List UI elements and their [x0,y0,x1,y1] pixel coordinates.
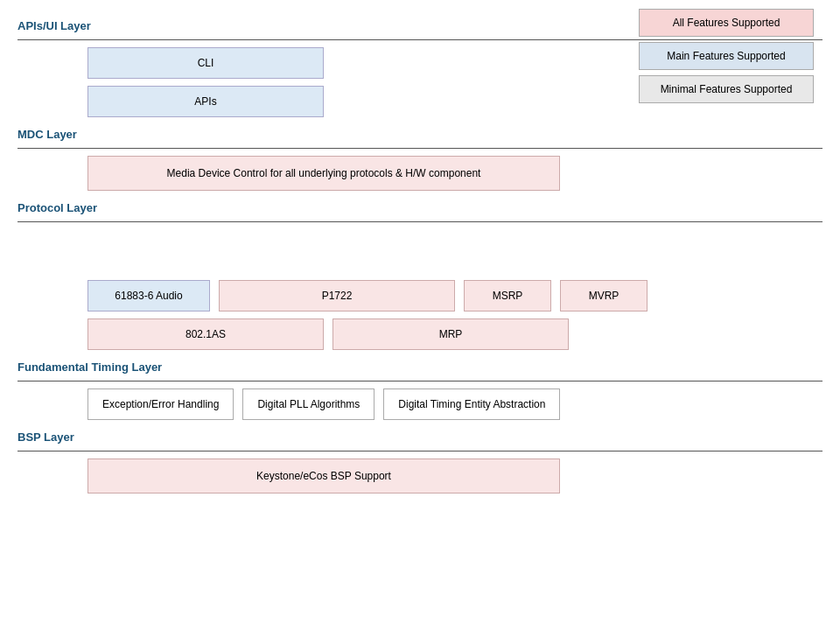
legend-minimal-label: Minimal Features Supported [661,83,793,95]
digital-timing-box: Digital Timing Entity Abstraction [383,388,560,420]
61883-box: 61883-6 Audio [88,280,210,312]
mvrp-label: MVRP [589,290,620,302]
protocol-layer-content: P1722.1 61883-6 Audio P1722 MSRP MVRP [18,229,822,350]
legend-all-label: All Features Supported [673,17,780,29]
mdc-layer-content: Media Device Control for all underlying … [18,156,822,191]
mdc-layer-section: MDC Layer Media Device Control for all u… [18,128,822,191]
legend-minimal-features: Minimal Features Supported [639,75,814,103]
fundamental-layer-content: Exception/Error Handling Digital PLL Alg… [18,388,822,420]
protocol-row2: 802.1AS MRP [88,318,822,350]
legend-all-features: All Features Supported [639,9,814,37]
p1722-box: P1722 [219,280,455,312]
protocol-divider [18,221,822,222]
mdc-divider [18,148,822,149]
p1722-label: P1722 [322,290,353,302]
bsp-label: Keystone/eCos BSP Support [256,470,391,482]
mdc-box: Media Device Control for all underlying … [88,156,560,191]
mvrp-box: MVRP [560,280,648,312]
mdc-layer-title: MDC Layer [18,128,822,141]
bsp-layer-content: Keystone/eCos BSP Support [18,458,822,494]
cli-label: CLI [198,57,214,69]
fundamental-layer-title: Fundamental Timing Layer [18,360,822,374]
mdc-label: Media Device Control for all underlying … [167,167,481,179]
61883-label: 61883-6 Audio [115,290,182,302]
pll-box: Digital PLL Algorithms [242,388,374,420]
mrp-box: MRP [332,318,569,350]
8021as-box: 802.1AS [88,318,324,350]
protocol-layer-section: Protocol Layer P1722.1 61883-6 Audio P17… [18,201,822,350]
msrp-box: MSRP [464,280,551,312]
legend: All Features Supported Main Features Sup… [639,9,814,103]
mrp-label: MRP [439,328,463,340]
main-container: All Features Supported Main Features Sup… [0,0,840,511]
bsp-box: Keystone/eCos BSP Support [88,458,560,494]
fundamental-divider [18,381,822,382]
apis-label: APIs [194,95,216,108]
timing-boxes-container: Exception/Error Handling Digital PLL Alg… [88,388,822,420]
legend-main-label: Main Features Supported [667,50,785,62]
bsp-divider [18,451,822,452]
fundamental-layer-section: Fundamental Timing Layer Exception/Error… [18,360,822,420]
apis-boxes-container: CLI APIs [88,47,324,117]
protocol-layer-title: Protocol Layer [18,201,822,214]
apis-box: APIs [88,86,324,117]
protocol-row1: 61883-6 Audio P1722 MSRP MVRP [88,280,822,312]
cli-box: CLI [88,47,324,79]
bsp-layer-title: BSP Layer [18,430,822,444]
exception-label: Exception/Error Handling [102,398,219,410]
legend-main-features: Main Features Supported [639,42,814,70]
exception-box: Exception/Error Handling [88,388,234,420]
msrp-label: MSRP [493,290,523,302]
8021as-label: 802.1AS [186,328,226,340]
pll-label: Digital PLL Algorithms [257,398,360,410]
digital-timing-label: Digital Timing Entity Abstraction [398,398,545,410]
bsp-layer-section: BSP Layer Keystone/eCos BSP Support [18,430,822,494]
